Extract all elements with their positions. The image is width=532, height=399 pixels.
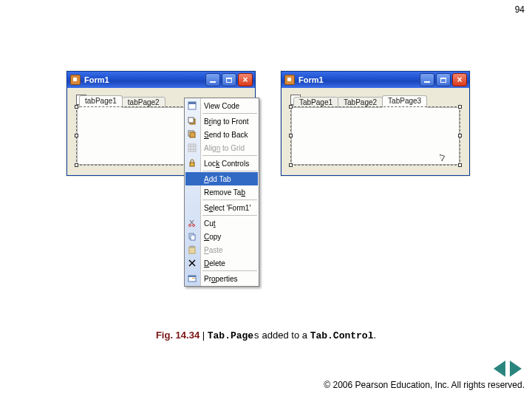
caption-end: . (373, 330, 376, 341)
resize-handle[interactable] (458, 163, 462, 167)
menu-label: Delete (204, 259, 225, 267)
tab-page-3[interactable]: TabPage3 (382, 95, 427, 108)
prev-slide-button[interactable] (494, 361, 505, 377)
svg-rect-1 (188, 102, 196, 104)
menu-bring-to-front[interactable]: Bring to Front (185, 115, 259, 128)
menu-label: Remove Tab (204, 188, 245, 197)
paste-icon (187, 245, 197, 255)
menu-separator (202, 270, 257, 271)
tab-page-2[interactable]: tabPage2 (122, 97, 166, 108)
window-title: Form1 (84, 75, 205, 84)
close-button[interactable]: × (238, 73, 253, 86)
form-icon (70, 75, 81, 85)
caption-code-tabpage: Tab.Page (208, 330, 253, 341)
menu-align-to-grid: Align to Grid (185, 141, 259, 154)
minimize-button[interactable] (205, 73, 220, 86)
svg-rect-23 (188, 276, 196, 277)
minimize-button[interactable] (420, 73, 434, 86)
caption-code-suffix: s (253, 330, 259, 341)
resize-handle[interactable] (75, 163, 78, 167)
svg-rect-3 (188, 117, 194, 123)
resize-handle[interactable] (289, 134, 293, 137)
tab-page-1[interactable]: TabPage1 (293, 97, 338, 108)
menu-view-code[interactable]: View Code (185, 99, 259, 112)
view-code-icon (187, 100, 197, 111)
delete-icon (187, 258, 197, 268)
menu-label: Add Tab (204, 175, 231, 183)
copyright-symbol: © (324, 380, 330, 390)
menu-paste: Paste (185, 243, 259, 256)
svg-rect-17 (191, 235, 195, 240)
form-client: + TabPage1 TabPage2 TabPage3 (284, 91, 466, 172)
caption-separator: | (200, 330, 208, 341)
copy-icon (187, 231, 197, 242)
menu-copy[interactable]: Copy (185, 230, 259, 243)
svg-point-15 (193, 225, 195, 227)
resize-handle[interactable] (458, 134, 462, 137)
align-grid-icon (187, 143, 197, 153)
menu-label: Align to Grid (204, 144, 245, 152)
tab-page-1[interactable]: tabPage1 (79, 95, 123, 108)
menu-lock-controls[interactable]: Lock Controls (185, 157, 259, 170)
resize-handle[interactable] (289, 163, 293, 167)
menu-add-tab[interactable]: Add Tab (185, 172, 258, 185)
menu-properties[interactable]: Properties (185, 272, 259, 285)
svg-rect-24 (192, 278, 195, 279)
cut-icon (187, 218, 197, 228)
send-to-back-icon (187, 129, 197, 140)
maximize-button[interactable] (436, 73, 451, 86)
form-window-after: Form1 × + TabPage1 TabPage2 TabPage3 (281, 71, 470, 176)
menu-separator (202, 113, 257, 114)
menu-cut[interactable]: Cut (185, 216, 259, 230)
menu-label: View Code (204, 102, 239, 110)
tab-strip: TabPage1 TabPage2 TabPage3 (293, 107, 459, 120)
svg-rect-6 (188, 144, 196, 151)
bring-to-front-icon (187, 116, 197, 126)
resize-handle[interactable] (75, 134, 78, 137)
next-slide-button[interactable] (510, 361, 522, 377)
menu-select-form[interactable]: Select 'Form1' (185, 201, 259, 214)
svg-rect-11 (190, 163, 194, 166)
tab-control[interactable]: + TabPage1 TabPage2 TabPage3 (291, 107, 460, 165)
menu-label: Select 'Form1' (204, 204, 250, 212)
menu-delete[interactable]: Delete (185, 256, 259, 270)
menu-separator (202, 215, 257, 216)
caption-buttons: × (205, 73, 253, 86)
resize-handle[interactable] (289, 105, 293, 109)
menu-separator (202, 200, 257, 200)
context-menu: View Code Bring to Front Send to Back Al… (184, 98, 259, 287)
menu-remove-tab[interactable]: Remove Tab (185, 185, 259, 199)
menu-label: Paste (204, 246, 223, 254)
menu-label: Cut (204, 219, 216, 228)
menu-label: Properties (204, 275, 238, 283)
properties-icon (187, 273, 197, 284)
titlebar: Form1 × (282, 72, 469, 88)
maximize-button[interactable] (222, 73, 236, 86)
figure-area: Form1 × + tabPage1 tabPage2 (66, 71, 495, 263)
figure-number: Fig. 14.34 (156, 330, 200, 341)
svg-rect-5 (190, 132, 195, 137)
page-number: 94 (515, 4, 525, 15)
menu-separator (202, 171, 257, 171)
caption-code-tabcontrol: Tab.Control (310, 330, 374, 341)
menu-send-to-back[interactable]: Send to Back (185, 128, 259, 141)
copyright-text: 2006 Pearson Education, Inc. All rights … (330, 380, 525, 390)
slide-nav (494, 361, 522, 377)
tab-page-2[interactable]: TabPage2 (338, 97, 383, 108)
menu-label: Lock Controls (204, 160, 249, 168)
close-button[interactable]: × (452, 73, 467, 86)
menu-label: Send to Back (204, 131, 248, 139)
lock-icon (187, 158, 197, 168)
window-title: Form1 (299, 75, 420, 84)
resize-handle[interactable] (75, 105, 78, 109)
menu-label: Bring to Front (204, 117, 249, 126)
form-icon (284, 75, 295, 85)
menu-label: Copy (204, 233, 221, 241)
svg-rect-19 (191, 246, 194, 248)
menu-separator (202, 155, 257, 156)
caption-text: added to a (259, 330, 310, 341)
resize-handle[interactable] (458, 105, 462, 109)
copyright-footer: © 2006 Pearson Education, Inc. All right… (324, 380, 525, 390)
caption-buttons: × (420, 73, 467, 86)
titlebar: Form1 × (67, 72, 255, 88)
